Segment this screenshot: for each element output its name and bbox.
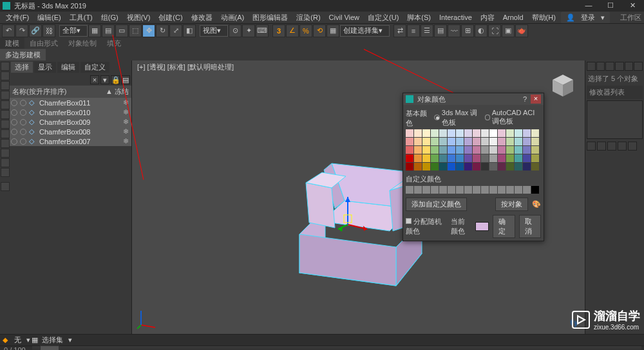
object-name[interactable]: ChamferBox007 [37, 138, 118, 145]
key-mode-none[interactable]: 无 [10, 335, 25, 345]
scene-close-button[interactable]: × [90, 75, 99, 84]
scene-row[interactable]: ◇ChamferBox010❄ [10, 107, 131, 117]
custom-swatch[interactable] [448, 186, 455, 194]
percent-snap-button[interactable]: % [299, 24, 312, 37]
hide-icon[interactable] [20, 119, 26, 125]
color-swatch[interactable] [473, 163, 480, 170]
maximize-button[interactable]: ☐ [601, 1, 620, 11]
scene-row[interactable]: ◇ChamferBox007❄ [10, 136, 131, 146]
filter-select[interactable]: 全部 ▾ [59, 25, 88, 37]
hierarchy-tab-icon[interactable] [605, 62, 614, 71]
viewport-label[interactable]: [+] [透视] [标准] [默认明暗处理] [137, 62, 234, 72]
named-sel-button[interactable]: ▦ [327, 24, 339, 37]
config-icon[interactable] [628, 142, 637, 151]
color-swatch[interactable] [473, 146, 480, 154]
chevron-down-icon[interactable] [1, 182, 10, 191]
hide-icon[interactable] [20, 100, 26, 106]
object-name[interactable]: ChamferBox010 [37, 109, 118, 116]
color-swatch[interactable] [414, 129, 422, 137]
visibility-icon[interactable] [11, 138, 17, 145]
color-swatch[interactable] [406, 146, 413, 154]
by-object-button[interactable]: 按对象 [495, 198, 528, 211]
color-swatch[interactable] [456, 129, 464, 137]
motion-tab-icon[interactable] [615, 62, 624, 71]
color-swatch[interactable] [523, 129, 531, 137]
color-swatch[interactable] [523, 154, 531, 162]
color-swatch[interactable] [422, 138, 430, 145]
scale-button[interactable]: ⤢ [169, 24, 182, 37]
freeze-icon[interactable]: ❄ [121, 137, 130, 145]
menu-create[interactable]: 创建(C) [155, 12, 185, 23]
custom-swatch[interactable] [473, 186, 480, 194]
layer-button[interactable]: ☰ [421, 24, 433, 37]
color-swatch[interactable] [506, 129, 514, 137]
tool11-icon[interactable] [1, 158, 10, 167]
color-swatch[interactable] [473, 138, 480, 145]
color-swatch[interactable] [506, 154, 514, 162]
lasso-icon[interactable] [1, 71, 10, 80]
color-swatch[interactable] [498, 154, 506, 162]
color-swatch[interactable] [456, 154, 464, 162]
tool10-icon[interactable] [1, 149, 10, 158]
color-swatch[interactable] [406, 129, 413, 137]
color-swatch[interactable] [464, 146, 472, 154]
custom-swatch[interactable] [489, 186, 497, 194]
display-tab-icon[interactable] [625, 62, 634, 71]
color-swatch[interactable] [448, 138, 455, 145]
manip-button[interactable]: ✦ [242, 24, 255, 37]
add-custom-button[interactable]: 添加自定义颜色 [406, 198, 467, 211]
color-swatch[interactable] [523, 163, 531, 170]
color-swatch[interactable] [464, 138, 472, 145]
menu-modifiers[interactable]: 修改器 [188, 12, 216, 23]
color-swatch[interactable] [431, 129, 439, 137]
visibility-icon[interactable] [11, 119, 17, 125]
cross-icon[interactable] [1, 91, 10, 100]
color-swatch[interactable] [515, 163, 522, 170]
color-swatch[interactable] [414, 146, 422, 154]
color-swatch[interactable] [531, 129, 539, 137]
color-swatch[interactable] [431, 154, 439, 162]
color-swatch[interactable] [448, 163, 455, 170]
color-swatch[interactable] [448, 129, 455, 137]
scene-header-name[interactable]: 名称(按升序排序) [12, 87, 106, 97]
custom-swatch[interactable] [431, 186, 439, 194]
color-swatch[interactable] [464, 129, 472, 137]
visibility-icon[interactable] [11, 129, 17, 135]
custom-swatch[interactable] [464, 186, 472, 194]
ok-button[interactable]: 确定 [493, 215, 515, 238]
freeze-icon[interactable]: ❄ [121, 127, 130, 136]
menu-anim[interactable]: 动画(A) [218, 12, 248, 23]
palette-aci-radio[interactable]: AutoCAD ACI 调色板 [485, 108, 541, 127]
color-swatch[interactable] [515, 146, 522, 154]
render-frame-button[interactable]: ▣ [502, 24, 515, 37]
scene-lock-icon[interactable]: 🔒 [111, 75, 120, 84]
modifier-list-header[interactable]: 修改器列表 [587, 86, 643, 99]
color-swatch[interactable] [439, 146, 447, 154]
color-swatch[interactable] [506, 146, 514, 154]
custom-swatch[interactable] [406, 186, 413, 194]
hide-icon[interactable] [20, 138, 26, 145]
color-swatch[interactable] [456, 163, 464, 170]
color-swatch[interactable] [422, 146, 430, 154]
color-picker-icon[interactable]: 🎨 [532, 200, 541, 208]
pivot-button[interactable]: ⊙ [229, 24, 242, 37]
color-swatch[interactable] [489, 129, 497, 137]
paint-icon[interactable] [1, 81, 10, 90]
utility-tab-icon[interactable] [634, 62, 643, 71]
object-name[interactable]: ChamferBox009 [37, 118, 118, 126]
custom-swatch[interactable] [414, 186, 422, 194]
ribbon-button[interactable]: ▤ [434, 24, 447, 37]
menu-view[interactable]: 视图(V) [124, 12, 154, 23]
time-thumb[interactable] [40, 345, 59, 350]
tool6-icon[interactable] [1, 110, 10, 119]
render-button[interactable]: 🫖 [515, 24, 528, 37]
color-swatch[interactable] [481, 154, 489, 162]
ribbon-tab-polymodel[interactable]: 多边形建模 [0, 49, 46, 61]
color-swatch[interactable] [439, 129, 447, 137]
placement-button[interactable]: ◧ [183, 24, 196, 37]
modifier-stack[interactable] [587, 100, 643, 139]
color-swatch[interactable] [515, 129, 522, 137]
undo-button[interactable]: ↶ [2, 24, 15, 37]
dialog-help-button[interactable]: ? [523, 95, 527, 103]
scene-tab-select[interactable]: 选择 [11, 62, 33, 73]
